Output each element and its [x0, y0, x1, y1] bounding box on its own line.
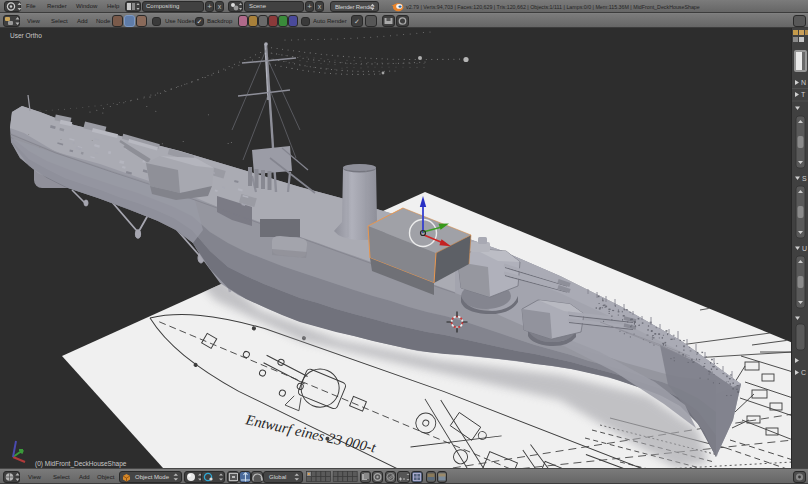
svg-text:User Ortho: User Ortho [10, 32, 42, 39]
svg-text:U: U [802, 245, 807, 252]
svg-text:S: S [802, 175, 807, 182]
svg-text:T: T [801, 91, 806, 98]
svg-text:(0) MidFront_DeckHouseShape: (0) MidFront_DeckHouseShape [35, 460, 127, 468]
svg-text:N: N [801, 79, 806, 86]
svg-text:C: C [801, 369, 806, 376]
